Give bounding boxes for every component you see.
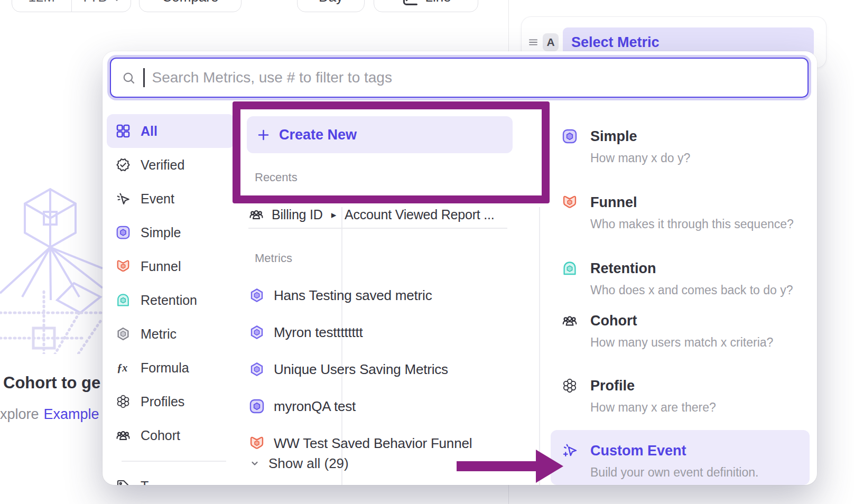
grid-icon xyxy=(115,123,131,139)
sidebar-item-all[interactable]: All xyxy=(107,114,235,148)
type-option-cohort[interactable]: Cohort How many users match x criteria? xyxy=(561,312,810,350)
filter-sidebar: All Verified Event Simple Funnel Retenti… xyxy=(107,114,235,452)
type-description: How many x are there? xyxy=(590,400,810,415)
recent-item[interactable]: Billing ID ▸ Account Viewed Report ... xyxy=(248,202,509,227)
day-label: Day xyxy=(319,0,343,5)
metric-series-badge: A xyxy=(543,33,559,51)
simple-square-icon xyxy=(248,398,265,415)
date-range-button-group[interactable]: 12M YTD xyxy=(12,0,131,12)
recents-header: Recents xyxy=(255,171,298,184)
type-description: How many x do y? xyxy=(590,151,810,165)
search-input[interactable] xyxy=(152,69,797,86)
create-new-label: Create New xyxy=(279,127,357,143)
metrics-header: Metrics xyxy=(255,251,292,265)
decorative-illustration xyxy=(0,180,103,354)
funnel-shield-icon xyxy=(115,258,131,274)
breadcrumb-arrow-icon: ▸ xyxy=(331,209,336,221)
text-cursor xyxy=(143,68,145,87)
type-title: Funnel xyxy=(590,193,810,211)
sidebar-item-profiles[interactable]: Profiles xyxy=(107,385,235,418)
search-icon xyxy=(122,71,136,85)
drag-handle-icon[interactable] xyxy=(527,36,540,49)
type-description: How many users match x criteria? xyxy=(590,335,810,350)
line-chart-type-button[interactable]: Line xyxy=(374,0,478,12)
show-all-button[interactable]: Show all (29) xyxy=(248,453,349,474)
funnel-shield-icon xyxy=(248,435,265,452)
column-divider xyxy=(539,207,540,485)
type-option-funnel[interactable]: Funnel Who makes it through this sequenc… xyxy=(561,193,810,231)
explore-text-fragment: xplore xyxy=(0,406,39,423)
show-all-label: Show all (29) xyxy=(268,455,349,472)
section-divider xyxy=(248,228,507,229)
line-label: Line xyxy=(425,0,451,5)
chevron-down-icon xyxy=(248,457,261,470)
sidebar-item-simple[interactable]: Simple xyxy=(107,216,235,249)
example-link[interactable]: Example xyxy=(44,406,99,423)
type-title: Profile xyxy=(590,377,810,395)
type-option-simple[interactable]: Simple How many x do y? xyxy=(561,127,810,165)
select-metric-label: Select Metric xyxy=(571,34,660,51)
type-option-profile[interactable]: Profile How many x are there? xyxy=(561,377,810,415)
sidebar-item-cohort[interactable]: Cohort xyxy=(107,418,235,452)
metrics-list: Hans Testing saved metric Myron testtttt… xyxy=(248,277,513,462)
sidebar-item-verified[interactable]: Verified xyxy=(107,148,235,182)
compare-label: Compare xyxy=(162,0,219,5)
type-description: Build your own event definition. xyxy=(590,465,810,480)
verified-seal-icon xyxy=(115,157,131,173)
metric-hexagon-purple-icon xyxy=(248,324,265,341)
type-title: Retention xyxy=(590,259,810,277)
sidebar-item-funnel[interactable]: Funnel xyxy=(107,249,235,283)
event-cursor-icon xyxy=(115,191,131,207)
sidebar-item-event[interactable]: Event xyxy=(107,182,235,216)
cohort-people-icon xyxy=(115,427,131,443)
range-12m-label: 12M xyxy=(28,0,55,5)
create-new-button[interactable]: Create New xyxy=(247,116,513,153)
metric-list-item[interactable]: myronQA test xyxy=(248,388,513,425)
profiles-flower-icon xyxy=(115,394,131,409)
retention-arch-icon xyxy=(115,292,131,308)
background-heading-fragment: Cohort to ge xyxy=(3,374,103,393)
sidebar-item-retention[interactable]: Retention xyxy=(107,283,235,317)
metric-list-item[interactable]: Hans Testing saved metric xyxy=(248,277,513,314)
background-explore-line: xplore Example xyxy=(0,406,103,423)
metric-picker-modal: All Verified Event Simple Funnel Retenti… xyxy=(103,51,817,485)
type-description: Who does x and comes back to do y? xyxy=(590,283,810,297)
range-12m-button[interactable]: 12M xyxy=(12,0,71,12)
type-title: Cohort xyxy=(590,312,810,330)
sidebar-item-partial[interactable]: T xyxy=(115,478,148,485)
plus-icon xyxy=(256,128,271,142)
cohort-people-icon xyxy=(561,312,578,329)
metric-list-item[interactable]: Unique Users Saving Metrics xyxy=(248,351,513,388)
simple-square-icon xyxy=(561,128,578,145)
cohort-people-icon xyxy=(248,207,264,222)
sidebar-divider xyxy=(122,461,226,462)
type-title: Simple xyxy=(590,127,810,145)
day-granularity-button[interactable]: Day xyxy=(297,0,365,12)
formula-fx-icon xyxy=(115,360,131,376)
sidebar-item-metric[interactable]: Metric xyxy=(107,317,235,351)
simple-square-icon xyxy=(115,225,131,240)
type-title: Custom Event xyxy=(590,442,810,460)
tag-icon xyxy=(115,478,131,485)
metric-hexagon-gray-icon xyxy=(115,326,131,342)
recent-item-source: Billing ID xyxy=(272,207,323,222)
custom-event-icon xyxy=(561,442,578,459)
chevron-down-icon xyxy=(112,0,122,4)
search-field[interactable] xyxy=(110,58,809,98)
type-option-retention[interactable]: Retention Who does x and comes back to d… xyxy=(561,259,810,297)
metric-hexagon-purple-icon xyxy=(248,287,265,304)
type-option-custom-event[interactable]: Custom Event Build your own event defini… xyxy=(561,442,810,480)
range-ytd-button[interactable]: YTD xyxy=(71,0,131,12)
compare-button[interactable]: Compare xyxy=(139,0,242,12)
type-description: Who makes it through this sequence? xyxy=(590,217,810,231)
retention-arch-icon xyxy=(561,260,578,277)
range-ytd-label: YTD xyxy=(80,0,108,5)
line-chart-icon xyxy=(401,0,419,7)
profiles-flower-icon xyxy=(561,377,578,394)
recent-item-target: Account Viewed Report ... xyxy=(345,207,495,222)
metric-list-item[interactable]: Myron testttttttt xyxy=(248,314,513,351)
sidebar-item-formula[interactable]: Formula xyxy=(107,351,235,385)
metric-hexagon-purple-icon xyxy=(248,361,265,378)
funnel-shield-icon xyxy=(561,194,578,211)
